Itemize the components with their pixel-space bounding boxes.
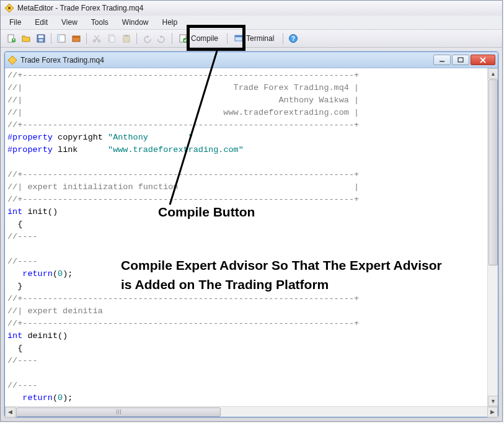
menu-edit[interactable]: Edit — [29, 17, 54, 28]
undo-button[interactable] — [140, 32, 154, 45]
vertical-scrollbar[interactable]: ▲ ▼ — [487, 68, 498, 406]
terminal-label: Terminal — [246, 34, 274, 43]
separator — [51, 33, 51, 44]
document-area: Trade Forex Trading.mq4 //+-------------… — [1, 48, 502, 421]
menu-file[interactable]: File — [3, 17, 27, 28]
compile-label: Compile — [191, 34, 218, 43]
help-button[interactable]: ? — [286, 32, 300, 45]
menu-view[interactable]: View — [55, 17, 84, 28]
document-icon — [7, 55, 17, 65]
open-button[interactable] — [19, 32, 33, 45]
scroll-right-button[interactable]: ▶ — [487, 407, 498, 417]
horizontal-scrollbar[interactable]: ◀ ▶ — [5, 406, 498, 417]
compile-button[interactable]: Compile — [175, 32, 224, 45]
svg-text:?: ? — [291, 35, 295, 42]
terminal-button[interactable]: Terminal — [231, 32, 280, 45]
toolbox-button[interactable] — [69, 32, 83, 45]
maximize-button[interactable] — [452, 55, 469, 65]
svg-rect-10 — [73, 36, 80, 38]
app-icon — [4, 3, 14, 13]
scroll-track[interactable] — [15, 407, 487, 417]
separator — [172, 33, 172, 44]
menubar: File Edit View Tools Window Help — [1, 16, 502, 29]
scroll-thumb[interactable] — [16, 407, 221, 417]
svg-rect-8 — [58, 35, 60, 42]
menu-help[interactable]: Help — [156, 17, 184, 28]
toolbar: Compile Terminal ? — [1, 29, 502, 48]
menu-window[interactable]: Window — [116, 17, 155, 28]
separator — [136, 33, 137, 44]
menu-tools[interactable]: Tools — [85, 17, 115, 28]
paste-button[interactable] — [120, 32, 133, 45]
svg-marker-23 — [8, 56, 17, 65]
cut-button[interactable] — [90, 32, 104, 45]
svg-rect-14 — [110, 36, 115, 42]
titlebar: MetaEditor - Trade Forex Trading.mq4 — [1, 1, 502, 16]
save-button[interactable] — [34, 32, 48, 45]
separator — [227, 33, 228, 44]
new-file-button[interactable] — [4, 32, 18, 45]
scroll-up-button[interactable]: ▲ — [488, 68, 498, 79]
document-titlebar: Trade Forex Trading.mq4 — [5, 52, 498, 68]
window-controls — [433, 55, 495, 65]
document-title: Trade Forex Trading.mq4 — [20, 56, 433, 65]
separator — [86, 33, 87, 44]
svg-rect-6 — [39, 39, 43, 42]
svg-rect-16 — [125, 35, 128, 37]
scroll-left-button[interactable]: ◀ — [5, 407, 15, 417]
copy-button[interactable] — [105, 32, 118, 45]
window-title: MetaEditor - Trade Forex Trading.mq4 — [17, 4, 143, 12]
svg-rect-25 — [458, 58, 463, 62]
scroll-down-button[interactable]: ▼ — [488, 396, 498, 406]
editor-wrap: //+-------------------------------------… — [5, 68, 498, 406]
close-button[interactable] — [471, 55, 495, 65]
app-window: MetaEditor - Trade Forex Trading.mq4 Fil… — [0, 0, 503, 422]
navigator-button[interactable] — [55, 32, 68, 45]
minimize-button[interactable] — [433, 55, 451, 65]
svg-point-1 — [8, 7, 11, 9]
redo-button[interactable] — [155, 32, 169, 45]
svg-rect-5 — [38, 35, 43, 38]
code-editor[interactable]: //+-------------------------------------… — [5, 68, 487, 406]
separator — [283, 33, 283, 44]
document-window: Trade Forex Trading.mq4 //+-------------… — [4, 51, 498, 417]
scroll-thumb[interactable] — [489, 79, 498, 265]
svg-rect-20 — [235, 35, 242, 37]
